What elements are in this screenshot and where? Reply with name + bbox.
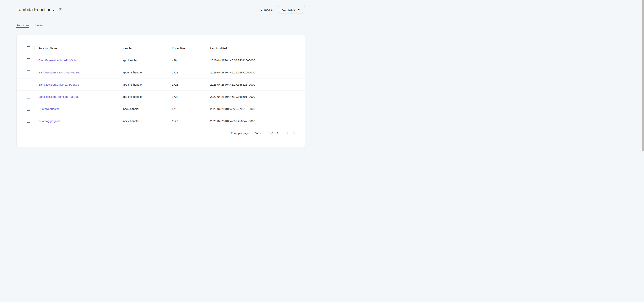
handler-cell: app-sns.handler	[121, 95, 169, 98]
chevron-left-icon	[285, 131, 290, 136]
tab-functions[interactable]: Functions	[16, 24, 29, 27]
page-header: Lambda Functions CREATE ACTIONS	[0, 0, 322, 19]
rows-per-page-select[interactable]: 100	[253, 131, 262, 135]
table-row: BankRecipientUniversal-PubSub app-sns.ha…	[16, 78, 305, 91]
functions-table-card: Function Name Handler Code Size Last Mod…	[16, 35, 305, 147]
function-name-link[interactable]: QuoteRequester	[38, 107, 59, 110]
chevron-right-icon	[292, 131, 296, 136]
chevron-down-icon	[297, 8, 301, 12]
column-separator	[208, 46, 208, 50]
last-modified-cell: 2023-04-28T04:45:15.758726+0000	[208, 71, 299, 74]
select-all-cell	[16, 42, 34, 54]
row-checkbox[interactable]	[27, 83, 30, 86]
row-checkbox[interactable]	[27, 95, 30, 98]
row-checkbox[interactable]	[27, 70, 30, 74]
pagination-bar: Rows per page: 100 1-6 of 6	[16, 127, 305, 139]
rows-per-page-label: Rows per page:	[231, 132, 250, 135]
last-modified-cell: 2023-04-28T04:47:07.256347+0000	[208, 119, 299, 123]
table-row: QuoteRequester index.handler 571 2023-04…	[16, 103, 305, 115]
refresh-icon	[58, 8, 62, 12]
handler-cell: index.handler	[121, 119, 169, 123]
code-size-cell: 1728	[169, 95, 208, 98]
table-row: CreditBureauLambda-PubSub app.handler 44…	[16, 54, 305, 66]
column-header-code-size: Code Size	[169, 42, 208, 54]
function-name-link[interactable]: BankRecipientUniversal-PubSub	[38, 83, 79, 86]
select-all-checkbox[interactable]	[27, 46, 30, 50]
code-size-cell: 448	[169, 59, 208, 62]
create-button[interactable]: CREATE	[258, 6, 275, 13]
table-row: BankRecipientPawnshop-PubSub app-sns.han…	[16, 66, 305, 78]
previous-page-button[interactable]	[284, 130, 291, 136]
pagination-range-label: 1-6 of 6	[269, 132, 278, 135]
tab-bar: Functions Layers	[0, 19, 322, 32]
dropdown-arrow-icon	[258, 131, 262, 135]
last-modified-cell: 2023-04-28T04:45:08.743126+0000	[208, 59, 299, 62]
last-modified-cell: 2023-04-28T04:45:17.385625+0000	[208, 83, 299, 86]
handler-cell: index.handler	[121, 107, 169, 110]
column-header-function-name: Function Name	[34, 42, 121, 54]
column-header-filler	[299, 42, 305, 54]
page-title: Lambda Functions	[16, 7, 54, 12]
handler-cell: app-sns.handler	[121, 71, 169, 74]
table-row: QuoteAggregator index.handler 1127 2023-…	[16, 115, 305, 127]
function-name-link[interactable]: QuoteAggregator	[38, 119, 60, 123]
code-size-cell: 1728	[169, 71, 208, 74]
rows-per-page-value: 100	[253, 132, 258, 135]
handler-cell: app.handler	[121, 59, 169, 62]
actions-button-label: ACTIONS	[282, 8, 296, 11]
column-separator	[121, 46, 121, 50]
column-separator	[169, 46, 169, 50]
next-page-button[interactable]	[291, 130, 297, 136]
column-header-handler: Handler	[121, 42, 169, 54]
main-content: Function Name Handler Code Size Last Mod…	[0, 32, 322, 147]
row-checkbox[interactable]	[27, 58, 30, 62]
row-checkbox[interactable]	[27, 107, 30, 111]
actions-button[interactable]: ACTIONS	[278, 6, 305, 14]
column-separator	[34, 46, 35, 50]
table-row: BankRecipientPremium-PubSub app-sns.hand…	[16, 91, 305, 103]
code-size-cell: 571	[169, 107, 208, 110]
row-checkbox[interactable]	[27, 119, 30, 123]
column-separator	[299, 46, 299, 50]
code-size-cell: 1127	[169, 119, 208, 123]
last-modified-cell: 2023-04-28T04:45:19.168601+0000	[208, 95, 299, 98]
refresh-button[interactable]	[57, 7, 63, 13]
function-name-link[interactable]: BankRecipientPawnshop-PubSub	[38, 71, 80, 74]
table-header-row: Function Name Handler Code Size Last Mod…	[16, 42, 305, 54]
last-modified-cell: 2023-04-28T04:46:25.979010+0000	[208, 107, 299, 110]
tab-layers[interactable]: Layers	[35, 24, 44, 27]
column-header-last-modified: Last Modified	[208, 42, 299, 54]
handler-cell: app-sns.handler	[121, 83, 169, 86]
code-size-cell: 1728	[169, 83, 208, 86]
function-name-link[interactable]: CreditBureauLambda-PubSub	[38, 59, 76, 62]
function-name-link[interactable]: BankRecipientPremium-PubSub	[38, 95, 78, 98]
